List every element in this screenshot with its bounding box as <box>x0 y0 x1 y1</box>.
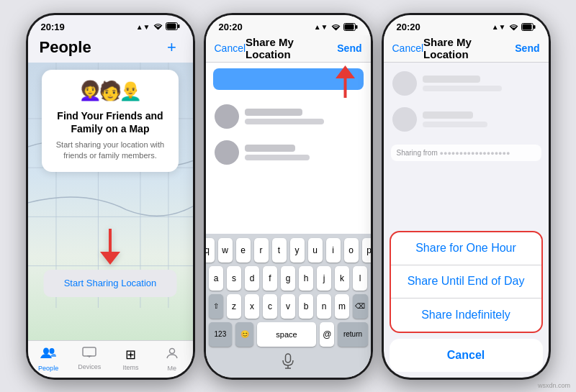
contact-blurred-detail-1 <box>423 86 502 91</box>
key-z[interactable]: z <box>227 294 241 319</box>
key-n[interactable]: n <box>317 294 331 319</box>
svg-marker-23 <box>336 65 355 78</box>
key-f[interactable]: f <box>263 266 277 291</box>
sharing-from: Sharing from ●●●●●●●●●●●●●●●●●● <box>391 145 541 161</box>
phone-frame-3: 20:20 ▲▼ Cancel Share My Location Send <box>382 13 551 380</box>
tab-people[interactable]: People <box>28 347 69 372</box>
key-o[interactable]: o <box>344 238 359 263</box>
key-e[interactable]: e <box>236 238 251 263</box>
svg-rect-15 <box>83 347 96 356</box>
nav-bar-2: Cancel Share My Location Send <box>206 35 371 63</box>
key-m[interactable]: m <box>335 294 349 319</box>
contact-detail-1 <box>245 119 324 124</box>
time-2: 20:20 <box>219 22 243 32</box>
battery-icon-3 <box>521 21 536 34</box>
share-one-hour-option[interactable]: Share for One Hour <box>391 232 541 265</box>
action-cancel-button[interactable]: Cancel <box>390 339 543 372</box>
key-at[interactable]: @ <box>320 322 335 347</box>
svg-rect-21 <box>356 25 358 29</box>
signal-icon-2: ▲▼ <box>314 23 328 31</box>
nav-bar-3: Cancel Share My Location Send <box>384 35 549 63</box>
wifi-icon-2 <box>331 21 341 34</box>
items-tab-icon: ⊞ <box>125 347 136 363</box>
avatar-3: 👨‍🦲 <box>119 80 142 102</box>
send-button-2[interactable]: Send <box>337 42 361 54</box>
contact-blurred-name-2 <box>423 111 473 119</box>
contact-name-1 <box>245 109 302 116</box>
contact-blurred-info-1 <box>423 76 540 91</box>
kb-mic-row <box>209 350 368 372</box>
key-space[interactable]: space <box>257 322 316 347</box>
cancel-button-2[interactable]: Cancel <box>215 42 246 54</box>
add-button[interactable]: + <box>163 38 181 57</box>
kb-row-1: q w e r t y u i o p <box>209 238 368 263</box>
tab-devices-label: Devices <box>78 363 101 370</box>
share-end-of-day-option[interactable]: Share Until End of Day <box>391 265 541 298</box>
avatars-row: 👩‍🦱 🧑 👨‍🦲 <box>50 80 170 102</box>
status-bar-2: 20:20 ▲▼ <box>206 15 371 35</box>
key-r[interactable]: r <box>254 238 269 263</box>
people-tab-icon <box>40 347 56 363</box>
status-bar-1: 20:19 ▲▼ <box>28 15 193 35</box>
key-a[interactable]: a <box>209 266 223 291</box>
tab-items-label: Items <box>123 364 139 371</box>
contact-list-3 <box>384 63 549 140</box>
phone-frame-2: 20:20 ▲▼ Cancel Share My Location Send <box>204 13 373 380</box>
key-j[interactable]: j <box>317 266 331 291</box>
phone3-content: Sharing from ●●●●●●●●●●●●●●●●●● Share fo… <box>384 63 549 378</box>
key-123[interactable]: 123 <box>209 322 233 347</box>
key-y[interactable]: y <box>290 238 305 263</box>
tab-me[interactable]: Me <box>151 347 192 372</box>
key-v[interactable]: v <box>281 294 295 319</box>
contact-avatar-2 <box>215 140 239 165</box>
key-t[interactable]: t <box>272 238 287 263</box>
key-l[interactable]: l <box>353 266 367 291</box>
svg-point-13 <box>43 347 49 354</box>
tab-items[interactable]: ⊞ Items <box>110 347 151 371</box>
share-indefinitely-option[interactable]: Share Indefinitely <box>391 298 541 332</box>
keyboard: q w e r t y u i o p a s <box>206 234 371 378</box>
key-w[interactable]: w <box>218 238 233 263</box>
key-return[interactable]: return <box>338 322 367 347</box>
cancel-button-3[interactable]: Cancel <box>392 42 424 54</box>
me-tab-icon <box>166 347 179 363</box>
key-q[interactable]: q <box>206 238 215 263</box>
status-icons-2: ▲▼ <box>314 21 358 34</box>
status-icons-3: ▲▼ <box>492 21 536 34</box>
key-s[interactable]: s <box>227 266 241 291</box>
kb-row-2: a s d f g h j k l <box>209 266 368 291</box>
contact-blurred-avatar-2 <box>392 107 417 132</box>
key-h[interactable]: h <box>299 266 313 291</box>
send-button-3[interactable]: Send <box>515 42 539 54</box>
svg-rect-29 <box>534 25 536 29</box>
key-emoji[interactable]: 😊 <box>235 322 253 347</box>
red-arrow-down <box>96 229 125 270</box>
contact-item-2[interactable] <box>206 135 371 170</box>
screenshots-container: 20:19 ▲▼ People + <box>19 6 558 387</box>
svg-rect-2 <box>178 24 180 28</box>
key-i[interactable]: i <box>326 238 341 263</box>
status-icons-1: ▲▼ <box>136 22 180 32</box>
contact-blurred-name-1 <box>423 76 480 83</box>
key-k[interactable]: k <box>335 266 349 291</box>
key-x[interactable]: x <box>245 294 259 319</box>
key-p[interactable]: p <box>362 238 371 263</box>
key-b[interactable]: b <box>299 294 313 319</box>
tab-devices[interactable]: Devices <box>69 347 110 370</box>
key-c[interactable]: c <box>263 294 277 319</box>
phone-screen-1: 20:19 ▲▼ People + <box>28 15 193 378</box>
key-shift[interactable]: ⇧ <box>209 294 224 319</box>
key-d[interactable]: d <box>245 266 259 291</box>
start-sharing-button[interactable]: Start Sharing Location <box>44 270 177 297</box>
tab-people-label: People <box>38 365 58 372</box>
contact-info-1 <box>245 109 362 124</box>
action-sheet: Share for One Hour Share Until End of Da… <box>384 231 549 378</box>
contact-blurred-avatar-1 <box>392 71 417 96</box>
key-g[interactable]: g <box>281 266 295 291</box>
key-backspace[interactable]: ⌫ <box>353 294 368 319</box>
contact-item-1[interactable] <box>206 99 371 135</box>
sharing-from-email: ●●●●●●●●●●●●●●●●●● <box>440 150 510 157</box>
key-u[interactable]: u <box>308 238 323 263</box>
signal-icon: ▲▼ <box>136 23 150 31</box>
signal-icon-3: ▲▼ <box>492 23 506 31</box>
